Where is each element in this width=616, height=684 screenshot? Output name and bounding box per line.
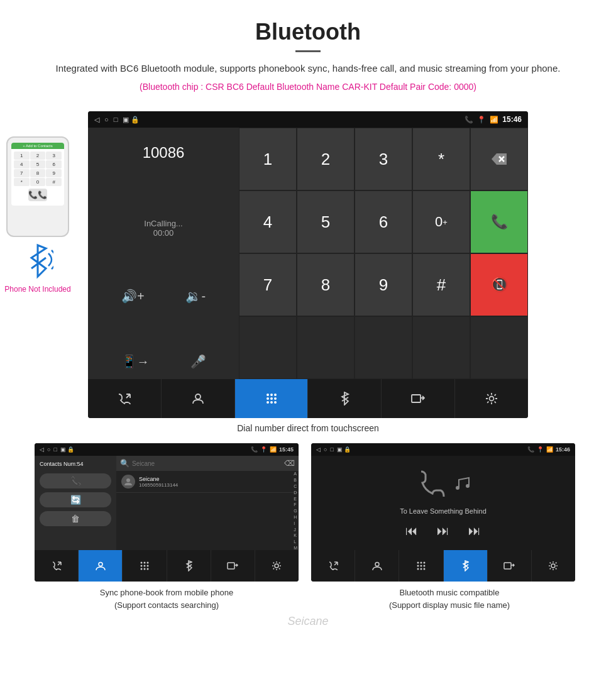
music-screen: ◁ ○ □ ▣ 🔒 📞 📍 📶 15:46 — [311, 443, 575, 582]
contact-item-seicane[interactable]: Seicane 10655059113144 — [116, 471, 299, 493]
alpha-c[interactable]: C — [294, 483, 297, 490]
phone-placeholder: + Add to Contacts 1 2 3 4 5 6 7 8 9 * 0 … — [0, 136, 79, 294]
delete-btn[interactable]: 🗑 — [40, 511, 111, 526]
key-hash[interactable]: # — [412, 253, 470, 316]
nav-settings[interactable] — [455, 379, 528, 418]
alpha-h[interactable]: H — [294, 514, 297, 521]
key-6[interactable]: 6 — [355, 190, 412, 253]
alpha-e[interactable]: E — [294, 496, 297, 502]
svg-point-23 — [146, 565, 148, 567]
phone-transfer-icon[interactable]: 📱→ — [121, 354, 150, 369]
svg-point-33 — [417, 562, 419, 564]
main-bottom-nav — [88, 379, 528, 418]
contacts-search-bar[interactable]: 🔍 ⌫ — [116, 456, 299, 471]
alpha-f[interactable]: F — [294, 502, 297, 508]
phone-image: + Add to Contacts 1 2 3 4 5 6 7 8 9 * 0 … — [6, 136, 69, 237]
key-5[interactable]: 5 — [297, 190, 355, 253]
microphone-icon[interactable]: 🎤 — [190, 354, 206, 369]
music-nav-calls[interactable] — [311, 550, 355, 582]
key-4[interactable]: 4 — [239, 190, 297, 253]
music-status-left: ◁ ○ □ ▣ 🔒 — [316, 446, 351, 453]
phone-key-2: 2 — [30, 152, 46, 160]
refresh-btn[interactable]: 🔄 — [40, 492, 111, 507]
svg-point-25 — [143, 568, 145, 570]
song-title: To Leave Something Behind — [400, 507, 487, 515]
key-9[interactable]: 9 — [355, 253, 412, 316]
dial-left-panel: 10086 InCalling... 00:00 🔊+ 🔉- 📱→ 🎤 — [88, 128, 239, 379]
key-8[interactable]: 8 — [297, 253, 355, 316]
call-button[interactable]: 📞 — [470, 190, 528, 253]
prev-track-button[interactable]: ⏮ — [405, 524, 418, 538]
main-screen-container: + Add to Contacts 1 2 3 4 5 6 7 8 9 * 0 … — [0, 111, 616, 418]
bottom-screens: ◁ ○ □ ▣ 🔒 📞 📍 📶 15:45 Contacts Num:54 � — [0, 443, 616, 582]
contacts-status-left: ◁ ○ □ ▣ 🔒 — [40, 446, 74, 453]
alpha-d[interactable]: D — [294, 490, 297, 496]
music-icon-area — [415, 468, 471, 500]
contacts-nav-settings[interactable] — [255, 550, 299, 582]
volume-up-icon[interactable]: 🔊+ — [121, 289, 145, 304]
dial-controls-2[interactable]: 📱→ 🎤 — [101, 354, 226, 369]
contacts-nav-transfer[interactable] — [211, 550, 255, 582]
music-status-bar: ◁ ○ □ ▣ 🔒 📞 📍 📶 15:46 — [311, 443, 575, 456]
music-status-right: 📞 📍 📶 15:46 — [527, 446, 570, 453]
alpha-i[interactable]: I — [294, 521, 297, 527]
music-nav-settings[interactable] — [532, 550, 575, 582]
key-0plus[interactable]: 0+ — [412, 190, 470, 253]
key-star[interactable]: * — [412, 128, 470, 190]
alpha-b[interactable]: B — [294, 477, 297, 483]
watermark-text: Seicane — [287, 615, 328, 627]
phone-key-0: 0 — [30, 178, 46, 186]
contacts-screen-wrap: ◁ ○ □ ▣ 🔒 📞 📍 📶 15:45 Contacts Num:54 � — [35, 443, 305, 582]
music-caption: Bluetooth music compatible (Support disp… — [317, 587, 581, 611]
dial-controls[interactable]: 🔊+ 🔉- — [101, 289, 226, 304]
contacts-recents-icon: □ — [53, 446, 57, 453]
alpha-l[interactable]: L — [294, 539, 297, 545]
contacts-home-icon: ○ — [47, 446, 50, 453]
bluetooth-icon-area — [0, 242, 79, 282]
delete-key[interactable] — [470, 128, 528, 190]
key-1[interactable]: 1 — [239, 128, 297, 190]
key-3[interactable]: 3 — [355, 128, 412, 190]
alpha-g[interactable]: G — [294, 508, 297, 514]
music-nav-bt[interactable] — [444, 550, 488, 582]
hangup-button[interactable]: 📵 — [470, 253, 528, 316]
call-btn[interactable]: 📞 — [40, 473, 111, 488]
contacts-nav-contacts[interactable] — [79, 550, 123, 582]
play-pause-button[interactable]: ⏭ — [437, 524, 449, 538]
contacts-nav-calls[interactable] — [35, 550, 79, 582]
nav-calls[interactable] — [88, 379, 162, 418]
nav-contacts[interactable] — [162, 379, 235, 418]
key-2[interactable]: 2 — [297, 128, 355, 190]
contacts-caption: Sync phone-book from mobile phone (Suppo… — [35, 587, 299, 611]
nav-bluetooth[interactable] — [308, 379, 382, 418]
music-nav-dialpad[interactable] — [399, 550, 443, 582]
alpha-k[interactable]: K — [294, 532, 297, 539]
main-caption: Dial number direct from touchscreen — [0, 423, 616, 433]
music-nav-contacts[interactable] — [355, 550, 399, 582]
key-7[interactable]: 7 — [239, 253, 297, 316]
nav-settings-icon — [485, 392, 498, 405]
volume-down-icon[interactable]: 🔉- — [185, 289, 206, 304]
bottom-captions: Sync phone-book from mobile phone (Suppo… — [0, 587, 616, 611]
contacts-search-input[interactable] — [132, 460, 282, 467]
svg-point-35 — [423, 562, 425, 564]
status-bar-right: 📞 📍 📶 15:46 — [465, 115, 522, 124]
contacts-body: Contacts Num:54 📞 🔄 🗑 🔍 ⌫ — [35, 456, 299, 550]
alpha-a[interactable]: A — [294, 471, 297, 477]
svg-rect-14 — [412, 395, 421, 402]
contacts-nav-contacts-icon — [96, 561, 106, 571]
nav-dialpad[interactable] — [235, 379, 309, 418]
music-nav-transfer[interactable] — [488, 550, 532, 582]
contacts-nav-bt-icon — [185, 560, 192, 571]
alpha-j[interactable]: J — [294, 527, 297, 533]
music-screen-wrap: ◁ ○ □ ▣ 🔒 📞 📍 📶 15:46 — [311, 443, 581, 582]
alpha-m[interactable]: M — [294, 545, 297, 551]
key-empty-1 — [239, 316, 297, 379]
contacts-nav-bt[interactable] — [167, 550, 211, 582]
nav-transfer[interactable] — [382, 379, 455, 418]
call-status-icon: 📞 — [465, 116, 473, 124]
contacts-nav-dialpad[interactable] — [123, 550, 167, 582]
next-track-button[interactable]: ⏭ — [468, 524, 481, 538]
keyboard-icon: ⌫ — [284, 459, 295, 468]
contacts-bottom-nav — [35, 550, 299, 582]
